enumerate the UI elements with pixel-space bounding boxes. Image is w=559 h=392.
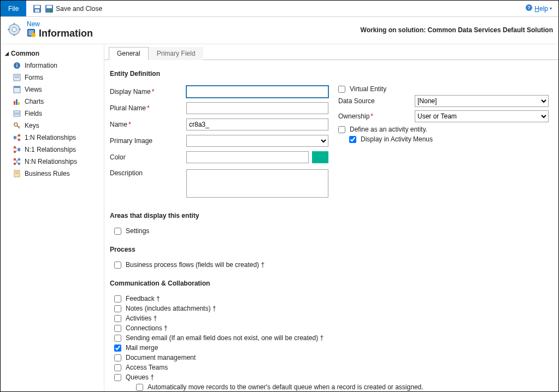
svg-rect-37 [14,146,16,149]
svg-rect-33 [18,139,20,141]
label-ownership: Ownership* [338,112,415,120]
areas-settings-checkbox[interactable] [114,228,121,235]
svg-text:i: i [16,63,18,68]
section-areas: Areas that display this entity [110,212,549,219]
charts-icon [13,97,21,106]
sidebar-item-nn-rel[interactable]: N:N Relationships [1,156,104,168]
fields-icon [13,109,21,118]
queues-checkbox[interactable] [114,374,121,381]
feedback-label: Feedback † [126,295,160,302]
file-tab[interactable]: File [1,1,26,16]
sidebar-item-views[interactable]: Views [1,84,104,96]
sending-email-label: Sending email (If an email field does no… [126,334,323,342]
sidebar-item-fields[interactable]: Fields [1,108,104,120]
sidebar-item-keys[interactable]: Keys [1,120,104,132]
auto-move-checkbox[interactable] [136,384,143,391]
feedback-checkbox[interactable] [114,295,121,302]
help-button[interactable]: ? Help ▾ [525,4,552,13]
svg-line-40 [16,150,18,152]
forms-icon [13,73,21,82]
solution-label: Working on solution: Common Data Service… [361,26,553,34]
access-teams-checkbox[interactable] [114,364,121,371]
svg-rect-22 [14,86,20,88]
help-label: Help [534,5,548,13]
primary-image-select[interactable] [186,135,328,147]
label-color: Color [110,153,186,161]
mail-merge-label: Mail merge [126,344,158,352]
mail-merge-checkbox[interactable] [114,345,121,352]
chevron-down-icon: ◢ [5,51,9,56]
svg-rect-41 [14,158,16,161]
entity-new-icon [27,28,36,39]
access-teams-label: Access Teams [126,364,168,371]
plural-name-input[interactable] [186,102,328,114]
label-display-name: Display Name* [110,88,186,96]
sidebar-item-label: N:N Relationships [25,158,77,165]
svg-rect-24 [16,99,17,105]
tab-general[interactable]: General [109,47,149,60]
sidebar-item-forms[interactable]: Forms [1,72,104,84]
activities-checkbox[interactable] [114,315,121,322]
views-icon [13,85,21,94]
doc-mgmt-checkbox[interactable] [114,354,121,361]
color-input[interactable] [186,151,309,163]
svg-rect-31 [14,136,16,139]
sidebar-item-information[interactable]: i Information [1,60,104,72]
chevron-down-icon: ▾ [550,6,552,11]
relationship-nn-icon [13,157,21,166]
svg-point-8 [12,27,16,32]
section-communication: Communication & Collaboration [110,280,549,287]
help-icon: ? [525,4,533,13]
display-name-input[interactable] [186,86,328,98]
bpf-checkbox[interactable] [114,262,121,269]
data-source-select[interactable]: [None] [415,95,549,107]
save-close-icon [45,4,54,13]
label-name: Name* [110,121,186,128]
sidebar-item-charts[interactable]: Charts [1,96,104,108]
svg-rect-32 [18,134,20,136]
name-input[interactable] [186,118,328,130]
sidebar: ◢ Common i Information Forms Views Chart… [1,44,104,391]
sidebar-item-label: Fields [25,110,42,117]
ribbon: File Save and Close ? Help ▾ [1,1,558,17]
connections-label: Connections † [126,324,168,332]
gear-icon [7,22,21,38]
save-and-close-button[interactable]: Save and Close [45,4,102,13]
activities-label: Activities † [126,314,157,322]
page-title: Information [39,28,93,39]
sidebar-item-label: Business Rules [25,170,70,177]
form-scroll[interactable]: Entity Definition Display Name* Plural N… [104,60,558,391]
doc-mgmt-label: Document management [126,354,196,361]
define-activity-label: Define as an activity entity. [350,126,427,133]
svg-line-35 [16,138,18,140]
save-close-label: Save and Close [56,5,102,13]
header: New Information Working on solution: Com… [1,17,558,44]
svg-rect-2 [35,9,39,12]
display-activity-menus-checkbox[interactable] [349,136,356,143]
notes-label: Notes (includes attachments) † [126,305,216,312]
business-rules-icon [13,169,21,178]
sending-email-checkbox[interactable] [114,335,121,342]
ownership-select[interactable]: User or Team [415,110,549,122]
label-primary-image: Primary Image [110,137,186,145]
connections-checkbox[interactable] [114,325,121,332]
info-icon: i [13,61,21,70]
sidebar-item-business-rules[interactable]: Business Rules [1,168,104,180]
tab-primary-field[interactable]: Primary Field [149,47,204,60]
notes-checkbox[interactable] [114,305,121,312]
svg-rect-26 [14,111,20,113]
virtual-entity-label: Virtual Entity [350,85,386,93]
display-activity-menus-label: Display in Activity Menus [361,135,433,143]
relationship-n1-icon [13,145,21,154]
auto-move-label: Automatically move records to the owner'… [148,383,423,391]
sidebar-item-1n-rel[interactable]: 1:N Relationships [1,132,104,144]
nav-group-common[interactable]: ◢ Common [1,47,104,60]
relationship-1n-icon [13,133,21,142]
save-icon[interactable] [33,4,42,13]
virtual-entity-checkbox[interactable] [338,86,345,93]
main-area: General Primary Field Entity Definition … [104,44,558,391]
description-textarea[interactable] [186,169,328,198]
define-activity-checkbox[interactable] [338,126,345,133]
color-swatch[interactable] [312,151,328,163]
sidebar-item-n1-rel[interactable]: N:1 Relationships [1,144,104,156]
